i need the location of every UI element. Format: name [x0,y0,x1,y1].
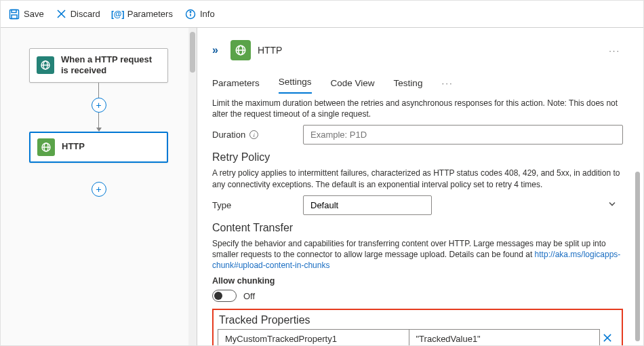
retry-type-label: Type [212,200,294,210]
tab-overflow-button[interactable]: ··· [441,74,453,94]
add-step-button[interactable]: + [92,182,106,197]
tab-settings[interactable]: Settings [279,73,312,94]
table-row: MyCustomTrackedProperty1 "TrackedValue1" [218,330,600,345]
retry-type-select[interactable] [303,195,432,215]
content-transfer-description: Specify the behavior and capabilities fo… [212,238,623,271]
action-detail-panel: » HTTP ··· Parameters Settings Code View… [197,28,643,345]
duration-label: Duration i [212,130,294,140]
insert-step-button[interactable]: + [92,98,106,113]
scrollbar-thumb[interactable] [190,32,195,73]
scrollbar-thumb[interactable] [635,172,640,341]
chevron-down-icon [608,200,616,210]
http-action-title: HTTP [62,141,85,152]
workflow-canvas[interactable]: When a HTTP request is received + HTTP + [1,28,197,345]
save-button[interactable]: Save [9,9,44,20]
collapse-panel-button[interactable]: » [212,44,218,56]
svg-rect-1 [12,9,16,12]
trigger-title: When a HTTP request is received [61,54,161,77]
tracked-properties-callout: Tracked Properties MyCustomTrackedProper… [212,309,623,345]
svg-point-7 [190,11,191,12]
allow-chunking-toggle[interactable] [212,290,237,302]
allow-chunking-label: Allow chunking [212,276,623,286]
trigger-node[interactable]: When a HTTP request is received [29,48,168,83]
content-transfer-title: Content Transfer [212,222,623,234]
retry-policy-title: Retry Policy [212,151,623,164]
limit-description: Limit the maximum duration between the r… [212,98,623,119]
parameters-icon: [@] [113,9,123,20]
http-trigger-icon [37,56,54,74]
duration-input[interactable] [303,125,623,145]
close-icon [56,9,66,19]
tab-code-view[interactable]: Code View [331,74,375,94]
remove-tracked-property-button[interactable] [600,330,615,345]
tab-parameters[interactable]: Parameters [212,74,260,94]
connector: + [92,83,106,132]
tab-testing[interactable]: Testing [394,74,423,94]
canvas-scrollbar[interactable] [188,28,197,345]
detail-scrollbar[interactable] [634,130,641,341]
http-action-node[interactable]: HTTP [29,132,168,163]
parameters-label: Parameters [127,9,173,19]
http-action-icon [230,40,251,60]
svg-rect-2 [12,15,17,19]
tracked-properties-title: Tracked Properties [219,314,618,326]
discard-label: Discard [71,9,100,19]
retry-policy-description: A retry policy applies to intermittent f… [212,168,623,189]
detail-tabs: Parameters Settings Code View Testing ··… [212,73,623,94]
info-label: Info [200,9,215,19]
allow-chunking-state: Off [243,291,255,301]
parameters-button[interactable]: [@] Parameters [113,9,173,20]
save-label: Save [24,9,44,19]
info-button[interactable]: Info [185,9,215,20]
discard-button[interactable]: Discard [56,9,100,19]
tracked-key-cell[interactable]: MyCustomTrackedProperty1 [218,330,409,345]
tracked-properties-table: MyCustomTrackedProperty1 "TrackedValue1"… [218,329,600,345]
command-bar: Save Discard [@] Parameters Info [1,1,643,28]
info-icon [185,9,196,20]
panel-more-button[interactable]: ··· [606,45,623,56]
panel-title: HTTP [258,45,283,56]
tracked-value-cell[interactable]: "TrackedValue1" [409,330,600,345]
info-icon[interactable]: i [249,130,258,139]
http-action-icon [37,138,55,156]
save-icon [9,9,20,20]
